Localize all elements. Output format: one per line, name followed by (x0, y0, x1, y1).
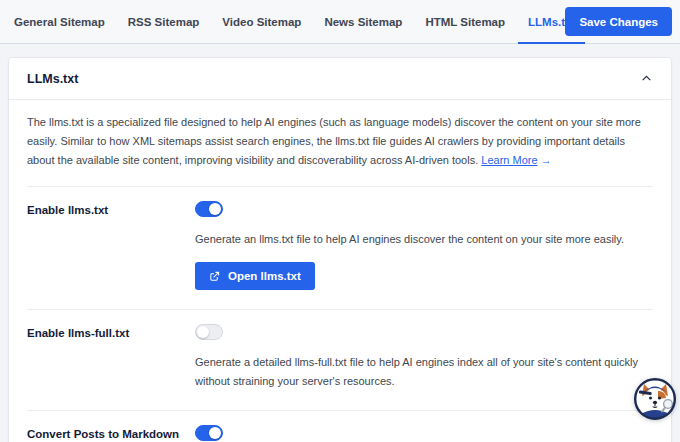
card-intro: The llms.txt is a specialized file desig… (27, 100, 653, 186)
tab-bar: General Sitemap RSS Sitemap Video Sitema… (0, 0, 680, 44)
save-changes-button[interactable]: Save Changes (565, 7, 672, 36)
enable-llms-txt-toggle[interactable] (195, 201, 223, 217)
chevron-up-icon[interactable] (640, 72, 653, 85)
settings-screen: General Sitemap RSS Sitemap Video Sitema… (0, 0, 680, 442)
setting-content: Generate a markdown version of your post… (195, 425, 653, 442)
tab-html-sitemap[interactable]: HTML Sitemap (425, 0, 505, 43)
seo-dog-mascot-icon[interactable] (633, 377, 677, 421)
setting-content: Generate an llms.txt file to help AI eng… (195, 201, 653, 290)
setting-row-enable-llms-full-txt: Enable llms-full.txt Generate a detailed… (27, 309, 653, 410)
learn-more-arrow-icon: → (541, 154, 552, 166)
setting-description: Generate an llms.txt file to help AI eng… (195, 230, 653, 249)
setting-label: Enable llms-full.txt (27, 324, 195, 341)
tabs-nav: General Sitemap RSS Sitemap Video Sitema… (0, 0, 575, 43)
tab-rss-sitemap[interactable]: RSS Sitemap (128, 0, 200, 43)
enable-llms-full-txt-toggle[interactable] (195, 324, 223, 340)
setting-label: Enable llms.txt (27, 201, 195, 218)
setting-row-enable-llms-txt: Enable llms.txt Generate an llms.txt fil… (27, 186, 653, 309)
external-link-icon (209, 271, 220, 282)
setting-row-convert-posts-markdown: Convert Posts to Markdown Generate a mar… (27, 410, 653, 442)
learn-more-link[interactable]: Learn More (481, 154, 537, 166)
llms-txt-card: LLMs.txt The llms.txt is a specialized f… (8, 57, 672, 442)
card-header[interactable]: LLMs.txt (9, 58, 671, 100)
setting-label: Convert Posts to Markdown (27, 425, 195, 442)
page-body: LLMs.txt The llms.txt is a specialized f… (0, 57, 680, 442)
card-body: The llms.txt is a specialized file desig… (9, 100, 671, 442)
setting-description: Generate a detailed llms-full.txt file t… (195, 353, 653, 391)
setting-content: Generate a detailed llms-full.txt file t… (195, 324, 653, 391)
card-title: LLMs.txt (27, 72, 78, 86)
convert-posts-markdown-toggle[interactable] (195, 425, 223, 441)
open-llms-txt-button[interactable]: Open llms.txt (195, 262, 315, 290)
tab-video-sitemap[interactable]: Video Sitemap (222, 0, 301, 43)
open-llms-txt-label: Open llms.txt (228, 270, 301, 282)
tab-general-sitemap[interactable]: General Sitemap (14, 0, 105, 43)
tab-news-sitemap[interactable]: News Sitemap (324, 0, 402, 43)
